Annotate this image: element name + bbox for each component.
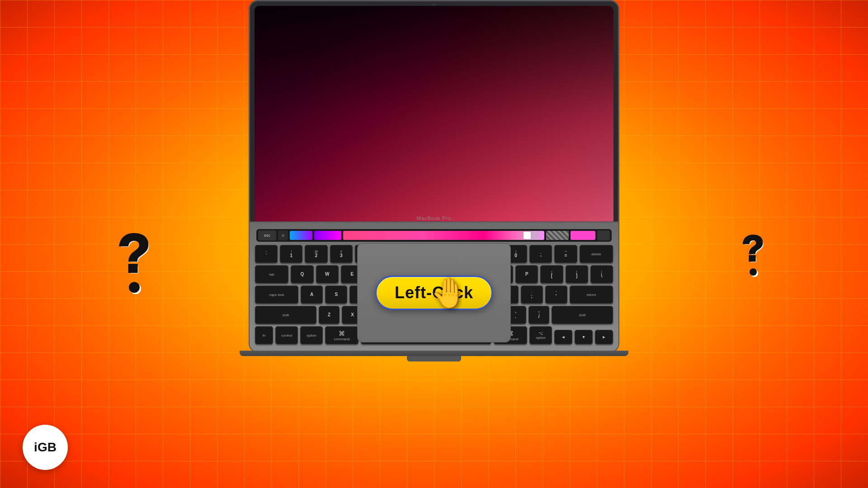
key-q[interactable]: Q [291, 265, 313, 283]
key-option-left[interactable]: option [300, 326, 323, 344]
key-arrow-left[interactable]: ◄ [554, 330, 572, 344]
key-control[interactable]: control [275, 326, 298, 344]
esc-key[interactable]: esc [258, 230, 276, 240]
question-symbol-right: ? [742, 230, 764, 276]
key-rbracket[interactable]: }] [566, 265, 588, 283]
key-arrow-right[interactable]: ► [595, 330, 613, 344]
key-z[interactable]: Z [319, 306, 340, 324]
tb-pink [571, 231, 595, 240]
key-arrow-down[interactable]: ▼ [575, 330, 593, 344]
key-1[interactable]: !1 [280, 245, 302, 263]
tb-slider [343, 231, 544, 240]
macbook-model-label: MacBook Pro [416, 216, 451, 221]
tb-gradient1 [290, 231, 312, 240]
tb-gradient2 [314, 231, 341, 240]
key-p[interactable]: P [515, 265, 538, 283]
key-quote[interactable]: "' [545, 286, 567, 304]
key-delete[interactable]: delete [580, 245, 613, 263]
tb-close: ✕ [278, 230, 288, 240]
key-2[interactable]: @2 [305, 245, 327, 263]
key-3[interactable]: #3 [330, 245, 353, 263]
question-mark-right: ? [742, 230, 764, 276]
key-command-left[interactable]: ⌘command [325, 326, 359, 344]
key-a[interactable]: A [301, 286, 323, 304]
key-shift-left[interactable]: shift [255, 306, 316, 324]
key-semicolon[interactable]: :; [521, 286, 543, 304]
key-option-right[interactable]: ⌥option [529, 326, 552, 344]
screen-overlay [255, 6, 613, 225]
key-s[interactable]: S [325, 286, 347, 304]
question-mark-left: ? [118, 226, 151, 293]
tb-power [597, 230, 610, 240]
key-lbracket[interactable]: {[ [540, 265, 563, 283]
igb-logo-text: iGB [34, 440, 57, 455]
igb-logo: iGB [23, 425, 68, 470]
key-fn[interactable]: fn [255, 326, 273, 344]
key-return[interactable]: return [570, 286, 613, 304]
key-equals[interactable]: += [554, 245, 577, 263]
tb-checker [546, 231, 569, 240]
question-symbol-left: ? [118, 226, 151, 293]
key-capslock[interactable]: caps lock [255, 286, 298, 304]
key-minus[interactable]: _- [529, 245, 552, 263]
key-tab[interactable]: tab [255, 265, 288, 283]
key-backslash[interactable]: |\ [590, 265, 613, 283]
macbook-screen: MacBook Pro [249, 0, 619, 226]
screen-display [255, 6, 613, 225]
tb-slider-handle [524, 232, 531, 239]
touch-bar: esc ✕ [256, 229, 612, 242]
macbook-notch [407, 356, 461, 361]
click-cursor-hand: 🤚 [430, 276, 467, 310]
key-shift-right[interactable]: shift [552, 306, 613, 324]
key-backtick[interactable]: ~` [255, 245, 278, 263]
key-slash[interactable]: ?/ [528, 306, 550, 324]
macbook-bottom-bar [240, 351, 628, 356]
key-w[interactable]: W [316, 265, 339, 283]
